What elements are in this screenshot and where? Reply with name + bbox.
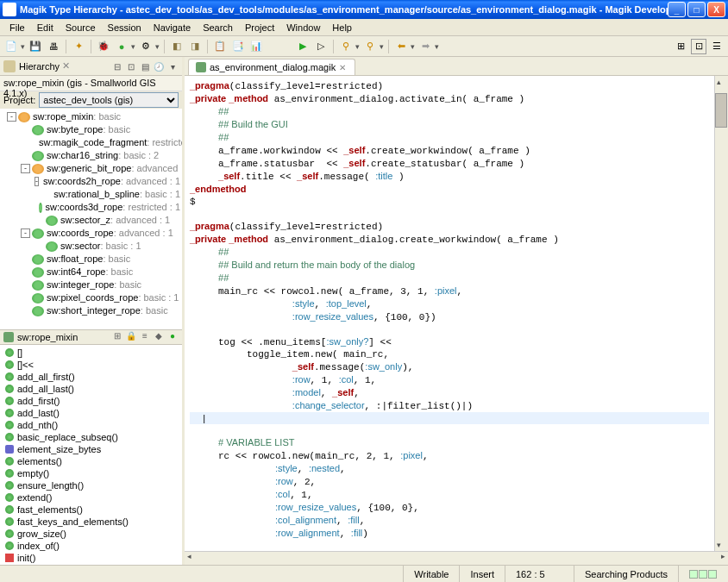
dropdown-icon[interactable]: ▾ xyxy=(155,42,160,51)
view-menu-icon[interactable]: ▤ xyxy=(139,60,151,72)
ext-icon[interactable]: ⚙ xyxy=(138,39,154,54)
view-menu-icon[interactable]: ⊟ xyxy=(111,60,123,72)
tool-icon[interactable]: ⊞ xyxy=(111,331,123,343)
tool-icon[interactable]: ◆ xyxy=(153,331,165,343)
tree-node[interactable]: sw:coords3d_rope : restricted : 1 xyxy=(0,201,182,214)
tree-node[interactable]: sw:char16_string : basic : 2 xyxy=(0,149,182,162)
outline-item[interactable]: add_last() xyxy=(0,407,182,419)
menu-window[interactable]: Window xyxy=(280,21,326,34)
outline-item[interactable]: grow_size() xyxy=(0,528,182,540)
anchor-icon[interactable]: ⚲ xyxy=(362,39,378,54)
outline-item[interactable]: fast_keys_and_elements() xyxy=(0,516,182,528)
outline-item[interactable]: add_nth() xyxy=(0,419,182,431)
tree-node[interactable]: -sw:rope_mixin : basic xyxy=(0,110,182,123)
print-icon[interactable]: 🖶 xyxy=(46,39,61,54)
tool-icon[interactable]: 🔒 xyxy=(125,331,137,343)
outline-item[interactable]: fast_elements() xyxy=(0,504,182,516)
outline-item[interactable]: elements() xyxy=(0,455,182,467)
outline-item[interactable]: index_of() xyxy=(0,540,182,552)
menu-session[interactable]: Session xyxy=(102,21,147,34)
outline-item[interactable]: []<< xyxy=(0,359,182,371)
outline-item[interactable]: init() xyxy=(0,552,182,564)
dropdown-icon[interactable]: ▾ xyxy=(355,42,360,51)
tree-node[interactable]: sw:sector_z : advanced : 1 xyxy=(0,214,182,227)
menu-edit[interactable]: Edit xyxy=(31,21,60,34)
scrollbar-thumb[interactable] xyxy=(715,93,727,128)
tree-node[interactable]: sw:float_rope : basic xyxy=(0,253,182,266)
tree-node[interactable]: sw:int64_rope : basic xyxy=(0,266,182,278)
outline-item[interactable]: ensure_length() xyxy=(0,479,182,491)
tool-icon[interactable]: 📊 xyxy=(248,39,264,54)
project-label: Project: xyxy=(3,95,35,105)
app-icon xyxy=(3,3,16,16)
tool-icon[interactable]: ◨ xyxy=(187,39,203,54)
forward-icon[interactable]: ➡ xyxy=(417,39,433,54)
tree-node[interactable]: sw:sector : basic : 1 xyxy=(0,240,182,253)
close-button[interactable]: X xyxy=(707,2,725,17)
view-menu-icon[interactable]: ⊡ xyxy=(125,60,137,72)
hierarchy-label[interactable]: Hierarchy xyxy=(19,61,60,72)
anchor-icon[interactable]: ⚲ xyxy=(338,39,354,54)
tree-node[interactable]: -sw:coords_rope : advanced : 1 xyxy=(0,227,182,240)
tree-node[interactable]: -sw:generic_bit_rope : advanced xyxy=(0,162,182,175)
hierarchy-icon xyxy=(3,60,16,72)
editor-tab[interactable]: as_environment_dialog.magik ✕ xyxy=(188,59,355,75)
outline-item[interactable]: add_first() xyxy=(0,395,182,407)
menu-source[interactable]: Source xyxy=(60,21,102,34)
run-icon[interactable]: ● xyxy=(114,39,129,54)
code-editor[interactable]: _pragma(classify_level=restricted) _priv… xyxy=(185,76,714,551)
dropdown-icon[interactable]: ▾ xyxy=(411,42,415,51)
tree-node[interactable]: sw:short_integer_rope : basic xyxy=(0,304,182,317)
arrow-right-icon[interactable]: ▶ xyxy=(295,39,311,54)
outline-item[interactable]: element_size_bytes xyxy=(0,443,182,455)
menu-file[interactable]: File xyxy=(3,21,31,34)
menu-help[interactable]: Help xyxy=(326,21,358,34)
status-bar: Writable Insert 162 : 5 Searching Produc… xyxy=(0,565,728,582)
debug-icon[interactable]: 🐞 xyxy=(96,39,111,54)
dropdown-icon[interactable]: ▾ xyxy=(435,42,439,51)
build-icon[interactable]: ✦ xyxy=(71,39,86,54)
dropdown-icon[interactable]: ▾ xyxy=(131,42,135,51)
dropdown-icon[interactable]: ▾ xyxy=(21,42,25,51)
tree-node[interactable]: sw:pixel_coords_rope : basic : 1 xyxy=(0,291,182,304)
back-icon[interactable]: ⬅ xyxy=(393,39,409,54)
outline-item[interactable]: init_from_vector() xyxy=(0,564,182,566)
editor-scrollbar[interactable]: ▴ ▾ xyxy=(714,76,728,551)
chevron-down-icon[interactable]: ▾ xyxy=(166,60,179,72)
horizontal-scrollbar[interactable]: ◂ ▸ xyxy=(185,551,728,565)
new-icon[interactable]: 📄 xyxy=(3,39,19,54)
tree-node[interactable]: sw:integer_rope : basic xyxy=(0,278,182,291)
tree-node[interactable]: sw:magik_code_fragment : restricted : 1 xyxy=(0,136,182,149)
dropdown-icon[interactable]: ▾ xyxy=(380,42,384,51)
tree-node[interactable]: -sw:coords2h_rope : advanced : 1 xyxy=(0,175,182,188)
tool-icon[interactable]: ◧ xyxy=(169,39,185,54)
perspective-icon[interactable]: ☰ xyxy=(709,39,725,54)
outline-item[interactable]: [] xyxy=(0,347,182,359)
project-select[interactable]: astec_dev_tools (gis) xyxy=(39,92,179,108)
outline-item[interactable]: basic_replace_subseq() xyxy=(0,431,182,443)
tree-node[interactable]: sw:byte_rope : basic xyxy=(0,123,182,136)
outline-item[interactable]: add_all_first() xyxy=(0,371,182,383)
outline-item[interactable]: extend() xyxy=(0,491,182,504)
menu-project[interactable]: Project xyxy=(239,21,280,34)
minimize-button[interactable]: _ xyxy=(668,2,686,17)
outline-item[interactable]: empty() xyxy=(0,467,182,479)
save-icon[interactable]: 💾 xyxy=(28,39,43,54)
tool-icon[interactable]: 📑 xyxy=(230,39,246,54)
perspective-icon[interactable]: ⊞ xyxy=(673,39,688,54)
history-icon[interactable]: 🕗 xyxy=(153,60,165,72)
menu-navigate[interactable]: Navigate xyxy=(147,21,197,34)
outline-item[interactable]: add_all_last() xyxy=(0,383,182,395)
type-tree[interactable]: -sw:rope_mixin : basicsw:byte_rope : bas… xyxy=(0,109,182,329)
tool-icon[interactable]: ≡ xyxy=(139,331,151,343)
tool-icon[interactable]: 📋 xyxy=(212,39,228,54)
tree-node[interactable]: sw:rational_b_spline : basic : 1 xyxy=(0,188,182,201)
perspective-icon[interactable]: ⊡ xyxy=(691,39,706,54)
menu-search[interactable]: Search xyxy=(197,21,239,34)
maximize-button[interactable]: □ xyxy=(687,2,706,17)
menu-bar: File Edit Source Session Navigate Search… xyxy=(0,19,728,36)
arrow-icon[interactable]: ▷ xyxy=(313,39,329,54)
close-tab-icon[interactable]: ✕ xyxy=(339,63,348,72)
tool-icon[interactable]: ● xyxy=(166,331,179,343)
outline-list[interactable]: [][]<<add_all_first()add_all_last()add_f… xyxy=(0,345,182,566)
